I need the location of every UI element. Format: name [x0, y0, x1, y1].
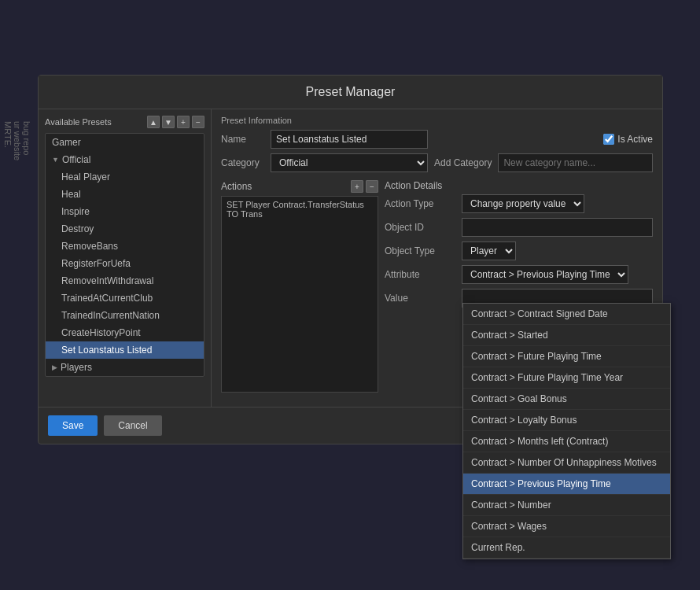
category-select[interactable]: Official Gamer Players — [271, 153, 428, 172]
details-panel-header: Action Details — [385, 180, 653, 191]
action-item-0[interactable]: SET Player Contract.TransferStatus TO Tr… — [222, 197, 378, 222]
remove-preset-btn[interactable]: − — [192, 116, 204, 128]
actions-panel-header: Actions + − — [221, 180, 378, 193]
actions-title: Actions — [221, 181, 252, 192]
object-id-input[interactable] — [462, 218, 653, 237]
tree-item-trainedatcurrentclub[interactable]: TrainedAtCurrentClub — [46, 289, 204, 307]
name-input[interactable] — [271, 130, 428, 149]
modal-title: Preset Manager — [39, 76, 662, 109]
move-down-btn[interactable]: ▼ — [162, 116, 175, 128]
is-active-container: Is Active — [603, 134, 653, 145]
actions-list: SET Player Contract.TransferStatus TO Tr… — [221, 196, 378, 393]
tree-item-gamer[interactable]: Gamer — [46, 134, 204, 151]
preset-toolbar: ▲ ▼ + − — [147, 116, 204, 128]
tree-item-official[interactable]: ▼ Official — [46, 151, 204, 168]
tree-item-destroy[interactable]: Destroy — [46, 220, 204, 238]
move-up-btn[interactable]: ▲ — [147, 116, 160, 128]
details-title: Action Details — [385, 180, 442, 191]
preset-info-label: Preset Information — [221, 116, 653, 125]
bg-side-text: MRTE.ur websitebug repo — [0, 118, 35, 164]
dropdown-item-7[interactable]: Contract > Number Of Unhappiness Motives — [463, 452, 670, 474]
object-type-row: Object Type Player Club Nation — [385, 242, 653, 260]
action-type-row: Action Type Change property value Set va… — [385, 194, 653, 213]
preset-info-section: Preset Information Name Is Active Catego… — [221, 116, 653, 172]
dropdown-item-9[interactable]: Contract > Number — [463, 495, 670, 516]
dropdown-item-10[interactable]: Contract > Wages — [463, 516, 670, 537]
object-type-label: Object Type — [385, 245, 455, 256]
dropdown-item-3[interactable]: Contract > Future Playing Time Year — [463, 367, 670, 389]
dropdown-item-4[interactable]: Contract > Goal Bonus — [463, 389, 670, 410]
attribute-row: Attribute Contract > Previous Playing Ti… — [385, 265, 653, 284]
add-action-btn[interactable]: + — [351, 180, 363, 193]
dropdown-item-6[interactable]: Contract > Months left (Contract) — [463, 431, 670, 452]
remove-action-btn[interactable]: − — [366, 180, 378, 193]
object-id-label: Object ID — [385, 222, 455, 233]
tree-item-heal[interactable]: Heal — [46, 186, 204, 203]
actions-panel: Actions + − SET Player Contract.Transfer… — [221, 180, 378, 400]
name-row: Name Is Active — [221, 130, 653, 149]
tree-item-removeintwithdrawal[interactable]: RemoveIntWithdrawal — [46, 272, 204, 289]
attribute-dropdown: Contract > Contract Signed Date Contract… — [462, 303, 671, 559]
chevron-icon-players: ▶ — [52, 363, 57, 371]
new-category-input[interactable] — [498, 153, 653, 172]
category-select-wrapper: Official Gamer Players — [271, 153, 428, 172]
actions-toolbar: + − — [351, 180, 378, 193]
preset-tree: Gamer ▼ Official Heal Player Heal Inspir… — [45, 133, 204, 377]
attribute-label: Attribute — [385, 269, 455, 280]
save-button[interactable]: Save — [48, 415, 98, 436]
tree-item-heal-player[interactable]: Heal Player — [46, 168, 204, 186]
value-label: Value — [385, 293, 455, 304]
chevron-icon: ▼ — [52, 156, 59, 164]
dropdown-item-8[interactable]: Contract > Previous Playing Time — [463, 474, 670, 495]
category-row: Category Official Gamer Players Add Cate… — [221, 153, 653, 172]
tree-item-createhistorypoint[interactable]: CreateHistoryPoint — [46, 324, 204, 341]
category-label: Category — [221, 157, 264, 168]
object-id-row: Object ID — [385, 218, 653, 237]
is-active-label: Is Active — [617, 134, 653, 145]
available-presets-label: Available Presets — [45, 117, 112, 127]
available-presets-header: Available Presets ▲ ▼ + − — [45, 116, 204, 128]
left-panel: Available Presets ▲ ▼ + − Gamer ▼ Offici… — [39, 109, 212, 407]
object-type-select-wrapper: Player Club Nation — [462, 242, 653, 260]
dropdown-item-0[interactable]: Contract > Contract Signed Date — [463, 304, 670, 325]
is-active-checkbox[interactable] — [603, 134, 614, 145]
attribute-select[interactable]: Contract > Previous Playing Time — [462, 265, 628, 284]
dropdown-item-5[interactable]: Contract > Loyalty Bonus — [463, 410, 670, 431]
object-type-select[interactable]: Player Club Nation — [462, 242, 516, 260]
name-label: Name — [221, 134, 264, 145]
attribute-select-wrapper: Contract > Previous Playing Time — [462, 265, 653, 284]
dropdown-item-11[interactable]: Current Rep. — [463, 537, 670, 559]
add-category-label: Add Category — [434, 157, 492, 168]
action-type-select[interactable]: Change property value Set value Add valu… — [462, 194, 584, 213]
action-type-label: Action Type — [385, 198, 455, 209]
tree-item-inspire[interactable]: Inspire — [46, 203, 204, 220]
tree-item-registerforUefa[interactable]: RegisterForUefa — [46, 255, 204, 272]
tree-item-players[interactable]: ▶ Players — [46, 359, 204, 376]
cancel-button[interactable]: Cancel — [104, 415, 161, 436]
dropdown-item-1[interactable]: Contract > Started — [463, 325, 670, 346]
action-type-select-wrapper: Change property value Set value Add valu… — [462, 194, 653, 213]
add-preset-btn[interactable]: + — [177, 116, 190, 128]
tree-item-set-loanstatus[interactable]: Set Loanstatus Listed — [46, 341, 204, 359]
tree-item-trainedincurrentnation[interactable]: TrainedInCurrentNation — [46, 307, 204, 324]
tree-item-removebans[interactable]: RemoveBans — [46, 238, 204, 255]
dropdown-item-2[interactable]: Contract > Future Playing Time — [463, 346, 670, 367]
